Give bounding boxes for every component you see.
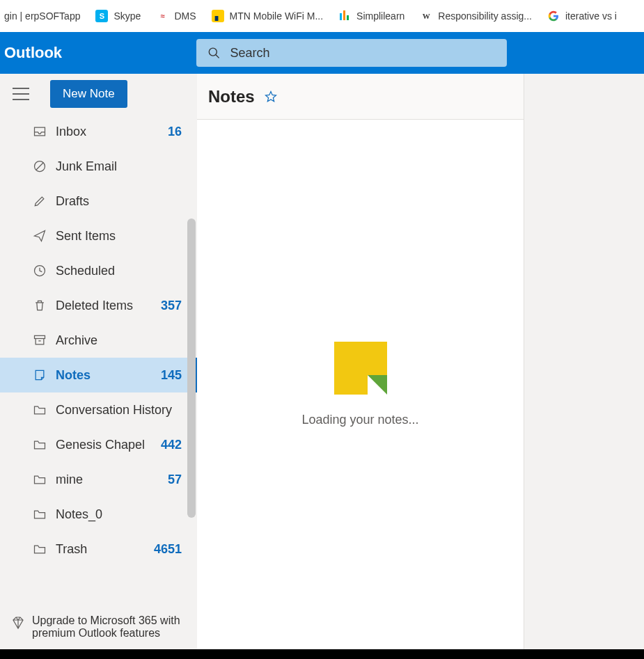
- drafts-icon: [32, 194, 47, 208]
- hamburger-icon[interactable]: [13, 88, 29, 100]
- folder-count: 57: [168, 473, 182, 487]
- main-panel: Notes Loading your notes...: [197, 74, 644, 649]
- sidebar-item-trash[interactable]: Trash4651: [0, 532, 197, 566]
- bookmark-dms[interactable]: ≈ DMS: [156, 10, 196, 22]
- bookmark-label: DMS: [174, 10, 196, 22]
- sidebar-item-inbox[interactable]: Inbox16: [0, 114, 197, 149]
- folder-label: Inbox: [56, 125, 168, 139]
- google-icon: [547, 10, 560, 22]
- folder-icon: [32, 473, 47, 486]
- bookmark-google[interactable]: iterative vs i: [547, 10, 617, 22]
- bookmark-label: MTN Mobile WiFi M...: [230, 10, 324, 22]
- sidebar-item-conversation-history[interactable]: Conversation History: [0, 392, 197, 427]
- folder-label: Archive: [56, 333, 182, 348]
- folder-list: Inbox16Junk EmailDraftsSent ItemsSchedul…: [0, 114, 197, 604]
- bookmark-label: Simplilearn: [356, 10, 405, 22]
- bookmark-mtn[interactable]: ▖ MTN Mobile WiFi M...: [212, 10, 324, 22]
- svg-rect-8: [35, 335, 45, 338]
- sidebar-item-archive[interactable]: Archive: [0, 323, 197, 358]
- bookmark-wikipedia[interactable]: W Responsibility assig...: [420, 10, 532, 22]
- star-icon[interactable]: [265, 90, 277, 103]
- folder-label: Scheduled: [56, 264, 182, 278]
- notes-header: Notes: [197, 74, 524, 120]
- archive-icon: [32, 333, 47, 347]
- note-icon: [32, 368, 47, 382]
- folder-label: Deleted Items: [56, 299, 161, 313]
- search-icon: [207, 46, 220, 60]
- notes-loading-area: Loading your notes...: [197, 120, 524, 649]
- sidebar-item-drafts[interactable]: Drafts: [0, 184, 197, 219]
- bookmark-label: Responsibility assig...: [438, 10, 532, 22]
- folder-label: Drafts: [56, 194, 182, 209]
- folder-icon: [32, 403, 47, 417]
- app-body: New Note Inbox16Junk EmailDraftsSent Ite…: [0, 74, 644, 649]
- bookmark-label: gin | erpSOFTapp: [4, 10, 80, 22]
- mtn-icon: ▖: [212, 10, 224, 22]
- outlook-header: Outlook: [0, 32, 644, 74]
- sidebar-item-scheduled[interactable]: Scheduled: [0, 253, 197, 288]
- reading-pane: [524, 74, 644, 649]
- bottom-strip: [0, 649, 644, 659]
- bookmark-erpsoftapp[interactable]: gin | erpSOFTapp: [4, 10, 80, 22]
- folder-label: Conversation History: [56, 403, 182, 418]
- folder-label: Genesis Chapel: [56, 438, 161, 452]
- svg-rect-1: [343, 10, 345, 20]
- sidebar-item-notes[interactable]: Notes145: [0, 358, 197, 392]
- inbox-icon: [32, 125, 47, 138]
- diamond-icon: [11, 616, 25, 630]
- clock-icon: [32, 264, 47, 278]
- search-input[interactable]: [230, 46, 496, 61]
- bookmark-skype[interactable]: S Skype: [95, 10, 141, 22]
- sent-icon: [32, 229, 47, 243]
- folder-count: 4651: [154, 542, 182, 557]
- scrollbar[interactable]: [187, 219, 196, 518]
- folder-label: Notes: [56, 368, 161, 383]
- sidebar-item-notes-0[interactable]: Notes_0: [0, 497, 197, 532]
- sidebar-item-mine[interactable]: mine57: [0, 462, 197, 497]
- svg-rect-0: [340, 13, 342, 20]
- simplilearn-icon: [338, 10, 351, 22]
- folder-count: 16: [168, 125, 182, 139]
- upgrade-text: Upgrade to Microsoft 365 with premium Ou…: [32, 614, 180, 639]
- folder-count: 145: [161, 368, 182, 383]
- wikipedia-icon: W: [420, 10, 432, 22]
- folder-label: Sent Items: [56, 229, 182, 244]
- sticky-note-icon: [334, 342, 387, 395]
- folder-icon: [32, 438, 47, 452]
- new-note-button[interactable]: New Note: [50, 80, 127, 108]
- svg-line-4: [216, 55, 219, 58]
- svg-rect-2: [347, 15, 349, 20]
- skype-icon: S: [95, 10, 108, 22]
- notes-list-column: Notes Loading your notes...: [197, 74, 524, 649]
- junk-icon: [32, 159, 47, 173]
- sidebar-item-junk-email[interactable]: Junk Email: [0, 149, 197, 184]
- sidebar-item-genesis-chapel[interactable]: Genesis Chapel442: [0, 427, 197, 462]
- dms-icon: ≈: [156, 10, 168, 22]
- folder-label: Notes_0: [56, 507, 182, 522]
- bookmark-simplilearn[interactable]: Simplilearn: [338, 10, 405, 22]
- upgrade-banner[interactable]: Upgrade to Microsoft 365 with premium Ou…: [0, 604, 197, 649]
- app-title: Outlook: [4, 44, 196, 62]
- folder-label: Junk Email: [56, 159, 182, 174]
- page-title: Notes: [208, 87, 255, 106]
- search-box[interactable]: [196, 39, 507, 67]
- folder-label: mine: [56, 473, 168, 487]
- sidebar: New Note Inbox16Junk EmailDraftsSent Ite…: [0, 74, 197, 649]
- sidebar-item-deleted-items[interactable]: Deleted Items357: [0, 288, 197, 323]
- folder-count: 442: [161, 438, 182, 452]
- trash-icon: [32, 299, 47, 312]
- loading-text: Loading your notes...: [301, 413, 418, 427]
- browser-bookmarks-bar: gin | erpSOFTapp S Skype ≈ DMS ▖ MTN Mob…: [0, 0, 644, 32]
- svg-point-3: [209, 48, 217, 56]
- sidebar-top: New Note: [0, 74, 197, 114]
- svg-line-6: [36, 163, 43, 170]
- folder-icon: [32, 542, 47, 556]
- folder-icon: [32, 507, 47, 521]
- sidebar-item-sent-items[interactable]: Sent Items: [0, 219, 197, 253]
- folder-label: Trash: [56, 542, 154, 557]
- bookmark-label: iterative vs i: [565, 10, 617, 22]
- folder-count: 357: [161, 299, 182, 313]
- bookmark-label: Skype: [113, 10, 141, 22]
